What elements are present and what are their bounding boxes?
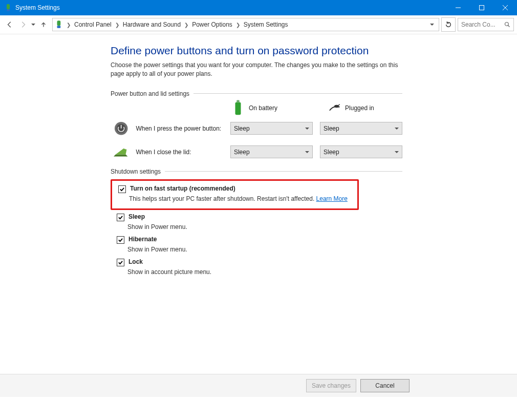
nav-up-button[interactable] [37, 18, 50, 31]
select-close-lid-battery[interactable]: Sleep [230, 145, 313, 158]
svg-rect-6 [57, 20, 61, 26]
select-close-lid-plugged[interactable]: Sleep [320, 145, 402, 158]
power-options-icon [55, 20, 64, 29]
svg-rect-11 [236, 100, 240, 102]
svg-point-8 [505, 23, 509, 26]
nav-back-button[interactable] [3, 18, 16, 31]
save-changes-button[interactable]: Save changes [306, 379, 356, 392]
search-icon [504, 22, 510, 28]
explorer-nav: ❯ Control Panel ❯ Hardware and Sound ❯ P… [0, 15, 517, 34]
chevron-right-icon: ❯ [234, 22, 242, 28]
svg-line-13 [338, 104, 340, 106]
column-label: Plugged in [345, 104, 374, 112]
laptop-lid-icon [114, 144, 128, 160]
row-close-lid: When I close the lid: Sleep Sleep [111, 144, 402, 160]
app-icon [4, 4, 12, 12]
section-shutdown-settings: Shutdown settings [111, 168, 402, 175]
refresh-button[interactable] [441, 17, 456, 32]
chevron-down-icon [305, 127, 309, 131]
chevron-right-icon: ❯ [114, 22, 121, 28]
window-title: System Settings [15, 4, 60, 11]
breadcrumb-item[interactable]: Hardware and Sound [122, 21, 182, 28]
checkbox-hibernate[interactable] [117, 236, 124, 244]
address-dropdown[interactable] [427, 23, 437, 27]
row-label: When I close the lid: [136, 149, 223, 156]
column-label: On battery [249, 104, 277, 112]
nav-forward-button[interactable] [16, 18, 30, 31]
highlight-fast-startup: Turn on fast startup (recommended) This … [111, 179, 359, 210]
breadcrumb-item[interactable]: Power Options [191, 21, 233, 28]
battery-icon [232, 102, 244, 114]
power-button-icon [114, 121, 128, 136]
close-button[interactable] [493, 0, 517, 15]
cancel-button[interactable]: Cancel [360, 379, 410, 392]
checkbox-description: Show in Power menu. [127, 246, 402, 253]
breadcrumb-item[interactable]: System Settings [243, 21, 289, 28]
svg-rect-7 [57, 26, 61, 28]
checkbox-label: Lock [128, 258, 143, 265]
row-power-button: When I press the power button: Sleep Sle… [111, 121, 402, 136]
checkbox-description: Show in account picture menu. [127, 268, 402, 276]
checkbox-lock[interactable] [117, 259, 124, 266]
checkbox-fast-startup[interactable] [118, 185, 126, 193]
search-input[interactable]: Search Co... [458, 18, 514, 31]
checkbox-label: Hibernate [128, 236, 157, 243]
select-power-button-plugged[interactable]: Sleep [320, 122, 402, 135]
chevron-down-icon [395, 127, 399, 131]
address-bar[interactable]: ❯ Control Panel ❯ Hardware and Sound ❯ P… [52, 18, 439, 31]
svg-line-14 [338, 107, 340, 108]
svg-rect-0 [7, 4, 10, 9]
checkbox-description: This helps start your PC faster after sh… [129, 195, 355, 202]
learn-more-link[interactable]: Learn More [316, 195, 348, 202]
column-plugged-in: Plugged in [329, 102, 374, 114]
page-title: Define power buttons and turn on passwor… [111, 45, 402, 57]
content-area: Define power buttons and turn on passwor… [0, 34, 517, 397]
maximize-button[interactable] [470, 0, 493, 15]
section-label: Power button and lid settings [111, 90, 189, 97]
svg-line-9 [508, 26, 510, 27]
page-description: Choose the power settings that you want … [111, 61, 402, 79]
svg-rect-10 [235, 102, 241, 115]
minimize-button[interactable] [446, 0, 470, 15]
row-label: When I press the power button: [136, 125, 223, 132]
checkbox-label: Turn on fast startup (recommended) [130, 185, 235, 192]
checkbox-label: Sleep [128, 213, 145, 220]
chevron-right-icon: ❯ [65, 22, 72, 28]
footer-bar: Save changes Cancel [0, 374, 517, 397]
nav-recent-dropdown[interactable] [30, 23, 37, 27]
section-power-button-lid: Power button and lid settings [111, 90, 402, 97]
chevron-down-icon [395, 150, 399, 154]
checkbox-sleep[interactable] [117, 214, 124, 221]
svg-rect-1 [7, 9, 10, 11]
plug-icon [329, 102, 340, 114]
svg-rect-3 [480, 6, 484, 10]
column-on-battery: On battery [232, 102, 277, 114]
search-placeholder: Search Co... [461, 21, 496, 28]
chevron-down-icon [305, 150, 309, 154]
window-titlebar: System Settings [0, 0, 517, 15]
breadcrumb-item[interactable]: Control Panel [73, 21, 113, 28]
checkbox-description: Show in Power menu. [127, 223, 402, 230]
select-power-button-battery[interactable]: Sleep [230, 122, 313, 135]
chevron-right-icon: ❯ [183, 22, 190, 28]
section-label: Shutdown settings [111, 168, 161, 175]
